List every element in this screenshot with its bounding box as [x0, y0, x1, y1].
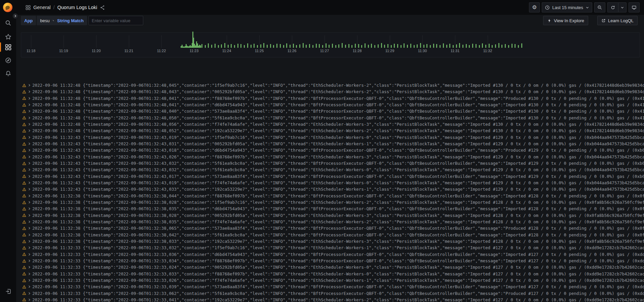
log-volume-bar	[512, 44, 513, 48]
refresh-interval-dropdown[interactable]	[618, 2, 627, 12]
log-volume-bar	[351, 45, 352, 48]
log-row[interactable]: 2022-09-06 11:32:43 {"timestamp":"2022-0…	[21, 154, 644, 160]
expand-log-chevron-icon	[28, 285, 31, 288]
x-tick-label: 11:19	[59, 49, 68, 53]
dashboard-controls-row: App besu String Match View In Explore Le…	[21, 16, 640, 25]
log-volume-bar	[276, 44, 277, 48]
log-row[interactable]: 2022-09-06 11:32:48 {"timestamp":"2022-0…	[21, 108, 644, 114]
learn-logql-button[interactable]: Learn LogQL	[597, 16, 638, 25]
log-row[interactable]: 2022-09-06 11:32:33 {"timestamp":"2022-0…	[21, 277, 644, 284]
log-row[interactable]: 2022-09-06 11:32:43 {"timestamp":"2022-0…	[21, 160, 644, 166]
log-row[interactable]: 2022-09-06 11:32:38 {"timestamp":"2022-0…	[21, 225, 644, 231]
time-zoom-out-button[interactable]	[594, 2, 605, 12]
expand-log-chevron-icon	[28, 194, 31, 197]
variable-app: App besu	[21, 16, 59, 25]
log-volume-bar	[205, 45, 206, 48]
gridline	[455, 35, 455, 48]
refresh-button[interactable]	[607, 2, 618, 12]
zoom-out-icon	[597, 5, 602, 10]
log-volume-bar	[469, 45, 470, 48]
log-row[interactable]: 2022-09-06 11:32:48 {"timestamp":"2022-0…	[21, 121, 644, 127]
log-row[interactable]: 2022-09-06 11:32:38 {"timestamp":"2022-0…	[21, 199, 644, 205]
x-tick-label: 11:24	[222, 49, 231, 53]
log-row[interactable]: 2022-09-06 11:32:48 {"timestamp":"2022-0…	[21, 102, 644, 108]
cycle-view-mode-button[interactable]	[629, 2, 640, 12]
log-row[interactable]: 2022-09-06 11:32:33 {"timestamp":"2022-0…	[21, 290, 644, 297]
log-volume-bar	[387, 44, 388, 48]
log-volume-bar	[306, 45, 307, 48]
log-row[interactable]: 2022-09-06 11:32:43 {"timestamp":"2022-0…	[21, 141, 644, 147]
log-volume-bar	[401, 45, 402, 48]
expand-sidebar-button[interactable]	[12, 13, 18, 19]
log-volume-bar	[234, 45, 235, 48]
log-row[interactable]: 2022-09-06 11:32:43 {"timestamp":"2022-0…	[21, 166, 644, 173]
breadcrumb-dashboard-title[interactable]: Quorum Logs Loki	[57, 5, 97, 10]
log-row[interactable]: 2022-09-06 11:32:43 {"timestamp":"2022-0…	[21, 186, 644, 192]
sidebar-item-starred[interactable]	[0, 31, 16, 42]
log-line-text: 2022-09-06 11:32:43 {"timestamp":"2022-0…	[32, 148, 644, 153]
gridline	[325, 35, 325, 48]
expand-log-chevron-icon	[28, 279, 31, 282]
log-volume-bar	[407, 45, 408, 48]
log-volume-bar	[495, 44, 496, 48]
log-row[interactable]: 2022-09-06 11:32:38 {"timestamp":"2022-0…	[21, 232, 644, 238]
log-row[interactable]: 2022-09-06 11:32:48 {"timestamp":"2022-0…	[21, 127, 644, 134]
top-nav-bar: General / Quorum Logs Loki ⚙ Last 15 min…	[16, 0, 644, 15]
breadcrumb-folder[interactable]: General	[33, 5, 51, 10]
sidebar-item-sign-in[interactable]	[0, 286, 16, 297]
log-row[interactable]: 2022-09-06 11:32:33 {"timestamp":"2022-0…	[21, 251, 644, 258]
log-row[interactable]: 2022-09-06 11:32:38 {"timestamp":"2022-0…	[21, 205, 644, 212]
log-row[interactable]: 2022-09-06 11:32:38 {"timestamp":"2022-0…	[21, 212, 644, 219]
log-volume-bar	[286, 43, 287, 48]
log-row[interactable]: 2022-09-06 11:32:33 {"timestamp":"2022-0…	[21, 284, 644, 290]
log-row[interactable]: 2022-09-06 11:32:43 {"timestamp":"2022-0…	[21, 147, 644, 153]
warning-level-icon	[22, 200, 26, 204]
log-volume-bar	[231, 44, 232, 48]
log-row[interactable]: 2022-09-06 11:32:48 {"timestamp":"2022-0…	[21, 115, 644, 121]
expand-log-chevron-icon	[28, 149, 31, 152]
log-volume-bar	[446, 45, 447, 48]
x-tick-label: 11:27	[320, 49, 329, 53]
expand-log-chevron-icon	[28, 162, 31, 165]
expand-log-chevron-icon	[28, 129, 31, 132]
log-row[interactable]: 2022-09-06 11:32:43 {"timestamp":"2022-0…	[21, 134, 644, 141]
log-row[interactable]: 2022-09-06 11:32:48 {"timestamp":"2022-0…	[21, 88, 644, 95]
log-volume-bar	[348, 44, 349, 48]
variable-string-match: String Match	[54, 16, 143, 25]
variable-match-input[interactable]	[88, 16, 143, 25]
grafana-logo[interactable]	[3, 3, 12, 12]
log-row[interactable]: 2022-09-06 11:32:38 {"timestamp":"2022-0…	[21, 193, 644, 199]
dashboard-settings-button[interactable]: ⚙	[529, 2, 540, 12]
log-line-text: 2022-09-06 11:32:38 {"timestamp":"2022-0…	[32, 219, 644, 224]
log-row[interactable]: 2022-09-06 11:32:33 {"timestamp":"2022-0…	[21, 258, 644, 264]
log-volume-bar	[257, 45, 258, 48]
sidebar-item-dashboards[interactable]	[0, 41, 16, 53]
refresh-button-group	[607, 2, 627, 12]
log-row[interactable]: 2022-09-06 11:32:33 {"timestamp":"2022-0…	[21, 297, 644, 302]
log-row[interactable]: 2022-09-06 11:32:33 {"timestamp":"2022-0…	[21, 264, 644, 270]
share-icon[interactable]	[100, 5, 105, 10]
warning-level-icon	[22, 278, 26, 282]
time-range-picker[interactable]: Last 15 minutes	[542, 2, 592, 12]
log-row[interactable]: 2022-09-06 11:32:38 {"timestamp":"2022-0…	[21, 219, 644, 225]
log-row[interactable]: 2022-09-06 11:32:43 {"timestamp":"2022-0…	[21, 173, 644, 180]
log-line-text: 2022-09-06 11:32:38 {"timestamp":"2022-0…	[32, 239, 644, 244]
x-tick-label: 11:28	[353, 49, 362, 53]
log-volume-bar	[414, 45, 415, 48]
log-line-text: 2022-09-06 11:32:48 {"timestamp":"2022-0…	[32, 128, 644, 133]
view-in-explore-button[interactable]: View In Explore	[543, 16, 588, 25]
log-volume-bar	[456, 44, 457, 48]
log-volume-histogram[interactable]: 11:1811:1911:2011:2111:2211:2311:2411:25…	[21, 32, 640, 58]
side-menu	[0, 0, 16, 302]
sidebar-item-explore[interactable]	[0, 54, 16, 66]
log-row[interactable]: 2022-09-06 11:32:33 {"timestamp":"2022-0…	[21, 271, 644, 277]
log-row[interactable]: 2022-09-06 11:32:38 {"timestamp":"2022-0…	[21, 238, 644, 244]
log-row[interactable]: 2022-09-06 11:32:43 {"timestamp":"2022-0…	[21, 180, 644, 186]
sidebar-item-alerting[interactable]	[0, 68, 16, 79]
log-row[interactable]: 2022-09-06 11:32:33 {"timestamp":"2022-0…	[21, 244, 644, 251]
warning-level-icon	[22, 116, 26, 120]
star-icon	[5, 34, 11, 40]
log-row[interactable]: 2022-09-06 11:32:48 {"timestamp":"2022-0…	[21, 82, 644, 88]
log-row[interactable]: 2022-09-06 11:32:48 {"timestamp":"2022-0…	[21, 95, 644, 102]
sidebar-item-search[interactable]	[0, 17, 16, 29]
